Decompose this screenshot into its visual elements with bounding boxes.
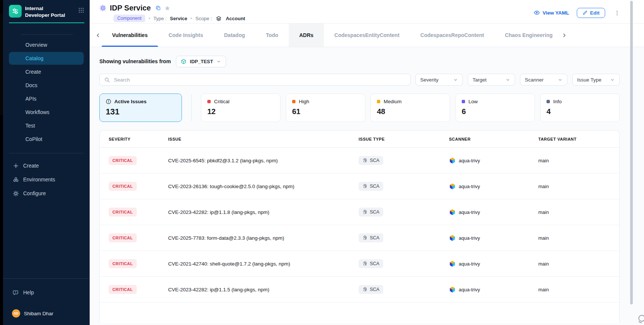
sidebar-header: Internal Developer Portal <box>3 0 90 18</box>
sidebar-action-environments[interactable]: Environments <box>8 173 84 186</box>
search-icon <box>104 77 110 83</box>
target-variant: main <box>538 261 619 267</box>
summary-card-info[interactable]: Info 4 <box>540 93 620 122</box>
tab-label: Vulnerabilities <box>112 32 148 38</box>
tab-todo[interactable]: Todo <box>256 24 289 47</box>
scanner-name: aqua-trivy <box>459 184 480 189</box>
filter-severity[interactable]: Severity <box>415 74 463 86</box>
tab-code-insights[interactable]: Code Insights <box>158 24 214 47</box>
scanner-cell: aqua-trivy <box>449 157 538 164</box>
trivy-logo-icon <box>449 260 456 267</box>
sidebar-item-docs[interactable]: Docs <box>9 79 84 92</box>
issue-type-pill: SCA <box>359 156 383 165</box>
sidebar-action-label: Environments <box>23 177 55 183</box>
sidebar-item-label: Catalog <box>25 55 43 61</box>
fingerprint-icon <box>362 235 368 240</box>
issue-text: CVE-2025-6545: pbkdf2@3.1.2 (lang-pkgs, … <box>168 158 359 163</box>
issue-type-pill: SCA <box>359 182 383 191</box>
source-row: Showing vulnerabilities from IDP_TEST <box>99 55 644 67</box>
app-switcher-button[interactable] <box>78 5 84 13</box>
active-issues-label: Active Issues <box>114 99 146 104</box>
fingerprint-icon <box>362 209 368 215</box>
sidebar-item-copilot[interactable]: CoPilot <box>9 133 84 145</box>
severity-count: 48 <box>377 107 444 116</box>
sidebar-item-overview[interactable]: Overview <box>9 39 84 51</box>
fingerprint-icon <box>362 287 368 292</box>
sidebar-divider <box>21 34 73 35</box>
help-button[interactable]: Help <box>3 287 90 298</box>
cards-divider <box>191 94 192 121</box>
table-row[interactable]: CRITICAL CVE-2025-6545: pbkdf2@3.1.2 (la… <box>100 148 619 174</box>
sidebar-action-create[interactable]: Create <box>8 159 84 172</box>
table-row[interactable]: CRITICAL CVE-2021-42740: shell-quote@1.7… <box>100 251 619 277</box>
tab-chaos-engineering[interactable]: Chaos Engineering <box>495 24 558 47</box>
search-input[interactable] <box>113 77 406 83</box>
corner-widget-icon[interactable] <box>635 313 644 324</box>
sidebar-item-catalog[interactable]: Catalog <box>9 52 84 65</box>
summary-card-critical[interactable]: Critical 12 <box>201 93 281 122</box>
issue-text: CVE-2025-7783: form-data@2.3.3 (lang-pkg… <box>168 235 359 241</box>
sidebar-item-label: Docs <box>25 82 37 88</box>
copy-icon[interactable] <box>155 5 161 11</box>
sidebar-item-workflows[interactable]: Workflows <box>9 106 84 119</box>
sidebar-item-label: CoPilot <box>25 136 42 142</box>
trivy-logo-icon <box>449 157 456 164</box>
table-row[interactable]: CRITICAL CVE-2023-42282: ip@1.1.8 (lang-… <box>100 199 619 225</box>
vulnerabilities-panel: Showing vulnerabilities from IDP_TEST Se… <box>90 47 644 325</box>
tab-adrs[interactable]: ADRs <box>289 24 324 47</box>
filter-label: Issue Type <box>577 77 601 83</box>
summary-card-high[interactable]: High 61 <box>286 93 365 122</box>
tabs-scroll-right-button[interactable] <box>560 24 568 47</box>
sidebar-action-label: Configure <box>23 190 46 196</box>
user-menu[interactable]: SD Shibam Dhar <box>3 308 90 319</box>
sidebar-item-label: Workflows <box>25 109 49 115</box>
kebab-menu-icon <box>614 10 620 16</box>
tabs-scroll-left-button[interactable] <box>94 24 102 47</box>
edit-label: Edit <box>590 10 600 16</box>
tab-datadog[interactable]: Datadog <box>214 24 256 47</box>
source-selector[interactable]: IDP_TEST <box>176 56 226 67</box>
chevron-down-icon <box>216 59 221 64</box>
search-box <box>99 74 411 86</box>
filter-issue-type[interactable]: Issue Type <box>572 74 620 86</box>
filter-target[interactable]: Target <box>468 74 515 86</box>
edit-button[interactable]: Edit <box>577 8 606 18</box>
sidebar-action-configure[interactable]: Configure <box>8 187 84 200</box>
severity-dot <box>547 100 550 103</box>
gear-icon <box>13 190 19 197</box>
issue-text: CVE-2023-42282: ip@1.1.8 (lang-pkgs, npm… <box>168 209 359 215</box>
vertical-scrollbar[interactable] <box>630 1 633 304</box>
severity-badge: CRITICAL <box>109 208 137 217</box>
sidebar-item-test[interactable]: Test <box>9 119 84 132</box>
tab-codespacesentitycontent[interactable]: CodespacesEntityContent <box>324 24 410 47</box>
sidebar: Internal Developer Portal Overview Catal… <box>3 0 90 325</box>
more-options-button[interactable] <box>613 9 622 17</box>
sidebar-item-apis[interactable]: APIs <box>9 92 84 105</box>
column-header: SCANNER <box>449 137 538 141</box>
tab-label: CodespacesRepoContent <box>420 32 484 38</box>
target-variant: main <box>538 235 619 241</box>
view-yaml-link[interactable]: View YAML <box>534 10 569 16</box>
tab-codespacesrepocontent[interactable]: CodespacesRepoContent <box>410 24 494 47</box>
favorite-star-icon[interactable] <box>164 5 170 11</box>
tab-vulnerabilities[interactable]: Vulnerabilities <box>102 24 158 47</box>
summary-card-medium[interactable]: Medium 48 <box>371 93 450 122</box>
type-label: Type : <box>154 16 167 21</box>
table-row[interactable]: CRITICAL CVE-2025-7783: form-data@2.3.3 … <box>100 225 619 251</box>
severity-label: High <box>299 99 309 104</box>
sidebar-item-label: Test <box>25 123 35 129</box>
pencil-icon <box>582 10 588 15</box>
tab-label: Code Insights <box>168 32 203 38</box>
summary-cards: Critical 12 High 61 Medium 48 Low 6 Info… <box>201 93 620 122</box>
severity-label: Medium <box>384 99 402 104</box>
active-issues-card[interactable]: Active Issues 131 <box>99 93 182 122</box>
sidebar-item-create[interactable]: Create <box>9 65 84 78</box>
table-row[interactable]: CRITICAL CVE-2023-42282: ip@1.1.5 (lang-… <box>100 277 619 303</box>
sidebar-item-label: APIs <box>25 96 37 102</box>
table-row[interactable]: CRITICAL CVE-2023-26136: tough-cookie@2.… <box>100 174 619 199</box>
summary-card-low[interactable]: Low 6 <box>455 93 535 122</box>
filter-scanner[interactable]: Scanner <box>520 74 567 86</box>
plus-icon <box>13 163 19 169</box>
entity-kind-badge: Component <box>114 15 145 22</box>
scanner-name: aqua-trivy <box>459 209 480 215</box>
